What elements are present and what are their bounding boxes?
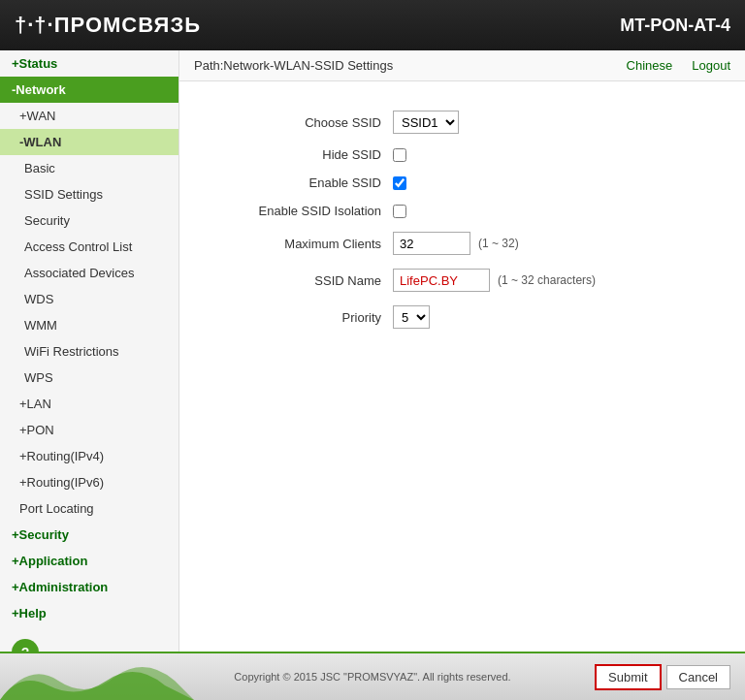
- max-clients-hint: (1 ~ 32): [478, 237, 519, 250]
- antenna-icon: †·: [15, 13, 34, 37]
- priority-select[interactable]: 1 2 3 4 5 6 7: [393, 305, 430, 329]
- priority-label: Priority: [199, 310, 393, 325]
- path-text: Path:Network-WLAN-SSID Settings: [194, 58, 393, 73]
- sidebar-item-wifi-restrictions[interactable]: WiFi Restrictions: [0, 338, 178, 365]
- submit-button[interactable]: Submit: [595, 664, 661, 690]
- sidebar-item-application[interactable]: +Application: [0, 548, 178, 574]
- ssid-name-hint: (1 ~ 32 characters): [498, 273, 596, 287]
- sidebar-item-wps[interactable]: WPS: [0, 365, 178, 391]
- sidebar-item-network[interactable]: -Network: [0, 77, 178, 103]
- help-button[interactable]: ?: [12, 639, 39, 652]
- sidebar-item-basic[interactable]: Basic: [0, 155, 178, 181]
- sidebar-bottom: ?: [0, 626, 178, 652]
- sidebar-item-associated-devices[interactable]: Associated Devices: [0, 260, 178, 286]
- form-area: Choose SSID SSID1 SSID2 SSID3 SSID4 Hide…: [179, 81, 745, 652]
- sidebar: +Status -Network +WAN -WLAN Basic SSID S…: [0, 50, 179, 652]
- logo-text: †·ПРОМСВЯЗЬ: [34, 13, 201, 37]
- ssid-name-input[interactable]: [393, 269, 490, 292]
- hide-ssid-checkbox[interactable]: [393, 148, 406, 162]
- path-links: Chinese Logout: [627, 58, 730, 73]
- footer-wave-decoration: [0, 652, 194, 700]
- sidebar-item-wan[interactable]: +WAN: [0, 103, 178, 129]
- footer-buttons: Submit Cancel: [595, 664, 730, 690]
- max-clients-row: Maximum Clients (1 ~ 32): [199, 232, 726, 255]
- cancel-button[interactable]: Cancel: [666, 665, 730, 689]
- ssid-name-row: SSID Name (1 ~ 32 characters): [199, 269, 726, 292]
- sidebar-item-routing-ipv4[interactable]: +Routing(IPv4): [0, 443, 178, 469]
- priority-control: 1 2 3 4 5 6 7: [393, 305, 430, 329]
- choose-ssid-label: Choose SSID: [199, 115, 393, 130]
- max-clients-control: (1 ~ 32): [393, 232, 519, 255]
- enable-ssid-checkbox[interactable]: [393, 176, 406, 190]
- enable-ssid-control: [393, 176, 406, 190]
- choose-ssid-select[interactable]: SSID1 SSID2 SSID3 SSID4: [393, 111, 459, 134]
- choose-ssid-row: Choose SSID SSID1 SSID2 SSID3 SSID4: [199, 111, 726, 134]
- max-clients-input[interactable]: [393, 232, 470, 255]
- sidebar-item-status[interactable]: +Status: [0, 50, 178, 77]
- main-layout: +Status -Network +WAN -WLAN Basic SSID S…: [0, 50, 745, 652]
- sidebar-item-wlan[interactable]: -WLAN: [0, 129, 178, 155]
- ssid-name-label: SSID Name: [199, 273, 393, 288]
- device-name: MT-PON-AT-4: [620, 16, 730, 36]
- sidebar-item-port-locating[interactable]: Port Locating: [0, 495, 178, 522]
- sidebar-item-pon[interactable]: +PON: [0, 417, 178, 443]
- header: †·†·ПРОМСВЯЗЬ MT-PON-AT-4: [0, 0, 745, 50]
- enable-ssid-row: Enable SSID: [199, 175, 726, 190]
- chinese-link[interactable]: Chinese: [627, 58, 673, 73]
- hide-ssid-row: Hide SSID: [199, 147, 726, 162]
- hide-ssid-label: Hide SSID: [199, 147, 393, 162]
- sidebar-item-lan[interactable]: +LAN: [0, 391, 178, 417]
- priority-row: Priority 1 2 3 4 5 6 7: [199, 305, 726, 329]
- footer-copyright: Copyright © 2015 JSC "PROMSVYAZ". All ri…: [234, 671, 510, 683]
- max-clients-label: Maximum Clients: [199, 237, 393, 251]
- sidebar-item-administration[interactable]: +Administration: [0, 574, 178, 600]
- enable-ssid-label: Enable SSID: [199, 175, 393, 190]
- hide-ssid-control: [393, 148, 406, 162]
- sidebar-item-ssid-settings[interactable]: SSID Settings: [0, 181, 178, 207]
- ssid-name-control: (1 ~ 32 characters): [393, 269, 596, 292]
- ssid-isolation-checkbox[interactable]: [393, 205, 406, 218]
- footer: Copyright © 2015 JSC "PROMSVYAZ". All ri…: [0, 652, 745, 700]
- sidebar-item-acl[interactable]: Access Control List: [0, 234, 178, 260]
- sidebar-item-wds[interactable]: WDS: [0, 286, 178, 312]
- logout-link[interactable]: Logout: [692, 58, 730, 73]
- path-bar: Path:Network-WLAN-SSID Settings Chinese …: [179, 50, 745, 81]
- ssid-isolation-control: [393, 205, 406, 218]
- sidebar-item-security[interactable]: Security: [0, 207, 178, 234]
- sidebar-item-security-top[interactable]: +Security: [0, 522, 178, 548]
- sidebar-item-help[interactable]: +Help: [0, 600, 178, 626]
- choose-ssid-control: SSID1 SSID2 SSID3 SSID4: [393, 111, 459, 134]
- sidebar-item-wmm[interactable]: WMM: [0, 312, 178, 338]
- ssid-isolation-label: Enable SSID Isolation: [199, 204, 393, 218]
- sidebar-item-routing-ipv6[interactable]: +Routing(IPv6): [0, 469, 178, 495]
- content-area: Path:Network-WLAN-SSID Settings Chinese …: [179, 50, 745, 652]
- logo: †·†·ПРОМСВЯЗЬ: [15, 13, 201, 38]
- ssid-isolation-row: Enable SSID Isolation: [199, 204, 726, 218]
